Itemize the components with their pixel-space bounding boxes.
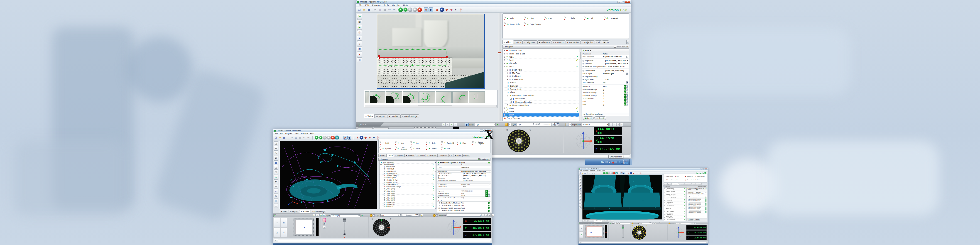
- caliper-icon[interactable]: ⋔: [689, 196, 690, 197]
- expand-toggle[interactable]: +: [665, 219, 665, 220]
- property-value[interactable]: Mitte - unten A: [696, 192, 705, 193]
- property-row[interactable]: Link Move Settings 1: [582, 94, 629, 97]
- property-value[interactable]: (0.4562 mm,0.4562 mm): [605, 70, 628, 72]
- toolbar-icon[interactable]: [408, 8, 412, 12]
- rail-icon[interactable]: [579, 201, 582, 204]
- toolbar-icon[interactable]: [372, 136, 375, 140]
- camera-video-view[interactable]: [377, 14, 485, 89]
- axis-button[interactable]: ↘: [492, 214, 494, 216]
- toolbar-icon[interactable]: [449, 8, 454, 12]
- menu-item[interactable]: Hilfe: [602, 170, 605, 172]
- minimize-button[interactable]: ▁: [700, 168, 702, 169]
- rail-icon[interactable]: [357, 36, 362, 41]
- property-row[interactable]: Dimension Settings 1: [582, 88, 629, 91]
- toolbar-icon[interactable]: [459, 8, 463, 12]
- expand-toggle[interactable]: +: [582, 76, 584, 77]
- axis-button[interactable]: ↕: [482, 214, 484, 216]
- toolbar-icon[interactable]: [635, 172, 637, 174]
- result-button[interactable]: ◎Result: [594, 116, 606, 120]
- point-enabled-checkbox[interactable]: ▨: [705, 211, 706, 212]
- point-enabled-checkbox[interactable]: ▨: [705, 197, 706, 199]
- input-button[interactable]: ◉Input: [583, 116, 594, 120]
- title-bar[interactable]: Approve for DeMeet (Simulation Mode) ▁ ❐…: [579, 168, 708, 170]
- tree-item[interactable]: + ○ Kreise 1 45° rechts ✓: [664, 209, 685, 211]
- tree-item[interactable]: + ↪ Link L2 (XYZ) ✓: [380, 170, 434, 172]
- tree-item[interactable]: + ↪ Link safe: [503, 62, 579, 65]
- expand-toggle[interactable]: +: [504, 59, 505, 61]
- expand-toggle[interactable]: +: [504, 50, 505, 51]
- toolbar-icon[interactable]: [422, 8, 423, 12]
- toolbar-icon[interactable]: [397, 8, 398, 12]
- expand-toggle[interactable]: +: [383, 206, 385, 207]
- snapshot-thumbnail[interactable]: [402, 91, 418, 103]
- menu-item[interactable]: Help: [401, 4, 409, 6]
- toolbar-icon[interactable]: [640, 172, 642, 174]
- probe-button[interactable]: ⋔: [281, 218, 287, 227]
- toolbar-icon[interactable]: [327, 136, 331, 140]
- rail-icon[interactable]: [274, 189, 278, 194]
- menu-item[interactable]: Program: [371, 4, 382, 6]
- toolbar-icon[interactable]: [632, 172, 635, 174]
- property-row[interactable]: Input Selection Begin Point, End Point ▾: [582, 55, 629, 58]
- caliper-icon[interactable]: ⋔: [441, 199, 442, 201]
- point-link-row[interactable]: 8 Circles Z /-15.50, Maximum Point ▨: [438, 202, 491, 204]
- settings-buttons[interactable]: [624, 91, 628, 94]
- toolbar-icon[interactable]: [424, 8, 428, 12]
- tree-scrollbar[interactable]: [686, 188, 686, 221]
- toolbar-icon[interactable]: [596, 172, 598, 174]
- tree-item[interactable]: ▮ Maximum Deviation: [503, 100, 579, 104]
- tree-item[interactable]: + ▤ Mid Point: [503, 72, 579, 75]
- dock-header-icon[interactable]: [313, 214, 315, 216]
- ring-light-control[interactable]: ↺ ↻: [632, 226, 646, 240]
- expand-toggle[interactable]: +: [665, 211, 665, 212]
- settings-buttons[interactable]: [624, 94, 628, 97]
- menu-item[interactable]: Edit: [364, 4, 371, 6]
- tree-item[interactable]: + ▤ End Point: [503, 75, 579, 78]
- property-row[interactable]: Input Selection Bottom Center Point, Top…: [438, 170, 491, 173]
- toolbar-icon[interactable]: [627, 172, 630, 174]
- point-link[interactable]: Ausrichtung Z/-15.50, Maximalpunkt: [689, 202, 705, 202]
- toolbar-icon[interactable]: [310, 136, 314, 140]
- rail-icon[interactable]: [274, 194, 278, 198]
- rail-icon[interactable]: [579, 204, 582, 206]
- property-row[interactable]: Parameter Value: [438, 164, 491, 166]
- rail-icon[interactable]: [274, 156, 278, 160]
- toolbar-icon[interactable]: [603, 172, 606, 174]
- tree-checkbox[interactable]: [510, 98, 512, 100]
- property-row[interactable]: Dimension Settings 0.00: [438, 192, 491, 195]
- tree-item[interactable]: ▮ Diameter: [503, 84, 579, 88]
- toolbar-icon[interactable]: [591, 172, 593, 174]
- expand-toggle[interactable]: +: [383, 168, 385, 169]
- expand-toggle[interactable]: +: [383, 191, 385, 192]
- dock-header-icon[interactable]: [316, 214, 319, 216]
- menu-item[interactable]: Machine: [390, 4, 401, 6]
- tree-item[interactable]: + ╲ Line 5 ✓: [503, 110, 579, 113]
- toolbar-icon[interactable]: [398, 8, 403, 12]
- alignment-dropdown[interactable]: Mcs (10)▾: [582, 123, 609, 126]
- tree-item[interactable]: ✛ Set Origin Align (XY) ✓: [380, 175, 434, 177]
- palette-tool[interactable]: ○Circle: [426, 140, 441, 146]
- snapshot-thumbnail[interactable]: [452, 91, 468, 103]
- tab[interactable]: ▯Shared Settings: [400, 115, 419, 118]
- tree-item[interactable]: + ❚ Block 45.00 ✓: [380, 204, 434, 206]
- point-enabled-checkbox[interactable]: ▨: [705, 207, 706, 208]
- rail-icon[interactable]: [357, 41, 362, 46]
- tree-item[interactable]: + ↪ Verbindung +16 ✓: [664, 202, 685, 203]
- tree-item[interactable]: ▮ Radius: [503, 81, 579, 84]
- tab[interactable]: ▧Reports: [288, 210, 299, 213]
- toolbar-icon[interactable]: [584, 172, 586, 174]
- tab[interactable]: ◆Others: [602, 40, 609, 44]
- rail-icon[interactable]: [274, 184, 278, 189]
- axis-button[interactable]: ↗: [617, 123, 619, 126]
- toolbar-icon[interactable]: [611, 172, 613, 174]
- toolbar-icon[interactable]: [307, 136, 310, 140]
- z-axis-bar[interactable]: [605, 225, 607, 238]
- property-row[interactable]: Tolerance Settings 1: [582, 91, 629, 94]
- snapshot-thumbnail[interactable]: [369, 91, 385, 103]
- gauge-button[interactable]: ◒: [274, 218, 280, 227]
- palette-tool[interactable]: ▮Cylinder: [380, 146, 395, 151]
- toolbar-icon[interactable]: [589, 172, 591, 174]
- property-value[interactable]: Value: [603, 53, 628, 55]
- tree-item[interactable]: + ╲ Linie in 3D (B-links) ✓: [664, 211, 685, 212]
- toolbar-icon[interactable]: [417, 8, 422, 12]
